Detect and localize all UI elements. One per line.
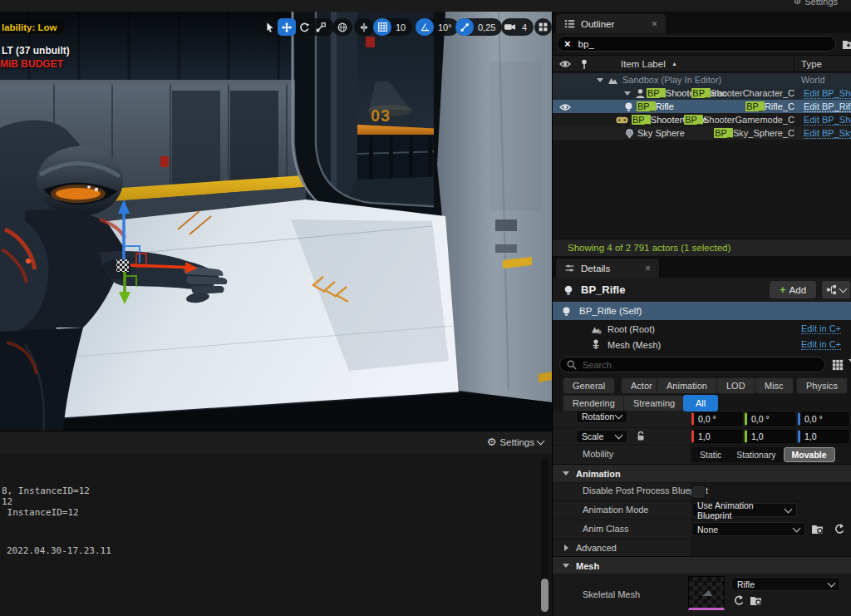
scale-snap-group[interactable]: 0,25 — [455, 18, 502, 36]
angle-snap-icon[interactable] — [416, 18, 434, 36]
column-item-label[interactable]: Item Label ▲ — [621, 59, 677, 69]
camera-speed-group[interactable]: 4 — [501, 18, 534, 36]
expand-arrow-icon[interactable] — [597, 78, 603, 82]
output-log-panel[interactable]: 8, InstanceID=12 12 InstanceID=12 2022.0… — [0, 454, 553, 616]
unlock-icon[interactable] — [636, 431, 646, 441]
column-type-label[interactable]: Type — [801, 59, 822, 69]
scale-snap-value[interactable]: 0,25 — [474, 22, 502, 32]
scale-x-field[interactable]: 1,0 — [691, 430, 742, 443]
mobility-stationary[interactable]: Stationary — [729, 448, 783, 461]
output-log-toolbar: ⚙ Settings — [0, 431, 552, 456]
mesh-thumb-glyph — [702, 589, 712, 596]
details-title-row: BP_Rifle + Add — [553, 278, 851, 302]
edit-blueprint-link[interactable]: Edit BP_Shoo — [804, 88, 851, 99]
new-folder-icon[interactable] — [842, 38, 851, 50]
filter-rendering[interactable]: Rendering — [563, 395, 625, 411]
edit-in-cpp-link[interactable]: Edit in C+ — [801, 323, 841, 334]
rotation-x-field[interactable]: 0,0 ° — [691, 412, 742, 426]
visibility-eye-icon[interactable] — [559, 103, 571, 111]
edit-blueprint-link[interactable]: Edit BP_Shoo — [804, 115, 851, 126]
actor-label[interactable]: Sandbox (Play In Editor) — [622, 75, 721, 85]
log-timestamp: 2022.04.30-17.23.11 — [7, 545, 111, 556]
column-divider[interactable] — [794, 57, 794, 71]
grid-snap-group[interactable]: 10 — [373, 18, 412, 36]
scalability-warning-badge[interactable]: lability: Low — [0, 20, 65, 34]
close-icon[interactable]: × — [645, 263, 651, 274]
select-tool-button[interactable] — [261, 18, 278, 36]
component-row-mesh[interactable]: Mesh (Mesh) Edit in C+ — [553, 337, 851, 352]
edit-in-cpp-link[interactable]: Edit in C+ — [801, 339, 841, 350]
pin-column-icon[interactable] — [580, 59, 588, 70]
rotation-z-field[interactable]: 0,0 ° — [798, 412, 849, 426]
outliner-row-rifle-selected[interactable]: BP_Rifle BP_Rifle_C Edit BP_Rifle — [553, 100, 851, 113]
outliner-row-gamemode[interactable]: BP_ShooterGame BP_ShooterGamemode_C Edit… — [553, 113, 851, 126]
edit-blueprint-link[interactable]: Edit BP_Rifle — [804, 101, 851, 112]
level-viewport[interactable]: 03 — [0, 12, 552, 431]
log-scrollbar-thumb[interactable] — [541, 579, 548, 612]
animation-section-header[interactable]: Animation — [553, 464, 851, 483]
outliner-row-sandbox[interactable]: Sandbox (Play In Editor) World — [553, 73, 851, 86]
skeletal-mesh-dropdown[interactable]: Rifle — [731, 577, 840, 591]
component-row-root[interactable]: Root (Root) Edit in C+ — [553, 321, 851, 337]
move-tool-button[interactable] — [278, 18, 296, 36]
filter-misc[interactable]: Misc — [755, 377, 794, 394]
details-options-button[interactable] — [822, 281, 850, 298]
expand-arrow-icon — [564, 545, 568, 551]
scale-snap-icon[interactable] — [455, 18, 474, 36]
tab-details[interactable]: Details × — [556, 259, 659, 278]
use-selected-icon[interactable] — [833, 523, 845, 535]
clear-search-icon[interactable]: × — [564, 38, 571, 49]
disable-pp-checkbox[interactable] — [691, 485, 706, 499]
outliner-status-text: Showing 4 of 2 791 actors (1 selected) — [568, 243, 730, 253]
details-search-input[interactable]: Search — [559, 357, 825, 372]
scale-z-field[interactable]: 1,0 — [798, 430, 849, 443]
filter-physics[interactable]: Physics — [796, 377, 848, 394]
scale-tool-button[interactable] — [312, 18, 329, 36]
main-settings-button[interactable]: ⚙ Settings — [793, 0, 838, 7]
filter-animation[interactable]: Animation — [657, 377, 717, 394]
advanced-section-header[interactable]: Advanced — [553, 539, 851, 557]
camera-speed-value[interactable]: 4 — [518, 22, 534, 32]
component-label: Mesh (Mesh) — [608, 340, 661, 350]
grid-snap-icon[interactable] — [373, 18, 391, 36]
eye-column-icon[interactable] — [559, 60, 571, 68]
grid-snap-value[interactable]: 10 — [391, 22, 412, 32]
log-settings-button[interactable]: ⚙ Settings — [487, 436, 544, 448]
use-selected-icon[interactable] — [732, 594, 745, 607]
actor-type: World — [801, 75, 825, 85]
outliner-row-shooter-character[interactable]: BP_ShooterCharac BP_ShooterCharacter_C E… — [553, 86, 851, 100]
edit-blueprint-link[interactable]: Edit BP_Sky_ — [804, 128, 851, 139]
browse-asset-icon[interactable] — [811, 523, 824, 535]
filter-lod[interactable]: LOD — [716, 377, 755, 394]
skeletal-mesh-thumbnail[interactable] — [688, 576, 725, 610]
scale-mode-dropdown[interactable]: Scale — [576, 430, 627, 443]
anim-class-dropdown[interactable]: None — [691, 522, 805, 536]
browse-asset-icon[interactable] — [750, 594, 763, 607]
actor-label[interactable]: BP_Rifle — [637, 101, 674, 111]
scale-y-field[interactable]: 1,0 — [745, 430, 795, 443]
tab-outliner[interactable]: Outliner × — [556, 14, 666, 33]
rotation-snap-group[interactable]: 10° — [416, 18, 459, 36]
mobility-movable[interactable]: Movable — [784, 447, 835, 462]
filter-streaming[interactable]: Streaming — [623, 395, 685, 411]
viewport-layout-button[interactable] — [534, 18, 552, 36]
outliner-search-input[interactable]: × bp_ — [557, 36, 836, 52]
mesh-section-header[interactable]: Mesh — [553, 556, 851, 575]
add-component-button[interactable]: + Add — [770, 281, 816, 298]
mobility-static[interactable]: Static — [692, 448, 729, 461]
outliner-row-sky-sphere[interactable]: Sky Sphere BP_Sky_Sphere_C Edit BP_Sky_ — [553, 126, 851, 140]
component-row-self[interactable]: BP_Rifle (Self) — [553, 302, 851, 320]
actor-label[interactable]: Sky Sphere — [637, 128, 685, 138]
rotation-mode-dropdown[interactable]: Rotation — [576, 411, 627, 423]
animation-mode-dropdown[interactable]: Use Animation Blueprint — [691, 503, 797, 517]
world-coordinate-button[interactable] — [332, 18, 352, 36]
close-icon[interactable]: × — [652, 18, 657, 30]
rotation-y-field[interactable]: 0,0 ° — [745, 412, 795, 426]
display-options-icon[interactable] — [832, 359, 844, 371]
filter-general[interactable]: General — [563, 377, 615, 394]
filter-all[interactable]: All — [683, 395, 718, 411]
chevron-down-icon — [793, 524, 801, 532]
surface-snapping-button[interactable] — [354, 18, 374, 36]
rotate-tool-button[interactable] — [296, 18, 312, 36]
expand-arrow-icon[interactable] — [624, 91, 631, 96]
